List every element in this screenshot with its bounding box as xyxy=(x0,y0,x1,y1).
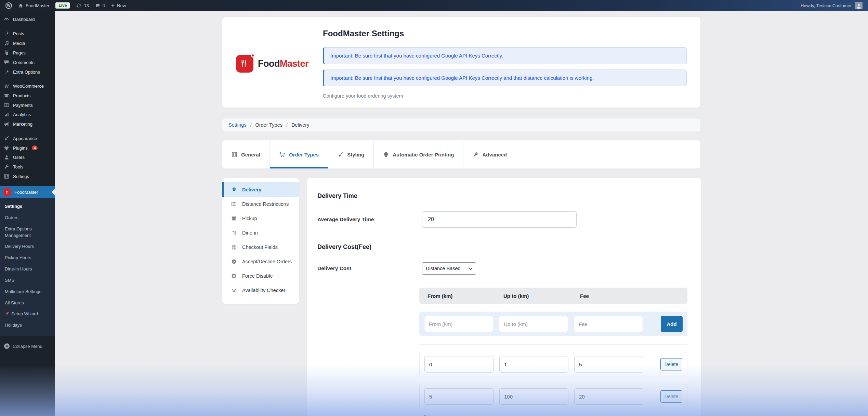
checkout-grid-icon xyxy=(231,245,237,250)
submenu-item-all-stores[interactable]: All Stores xyxy=(0,298,55,309)
sidebar-item-products[interactable]: Products xyxy=(0,91,55,100)
x-circle-icon xyxy=(231,273,237,279)
page-subtitle: Configure your food ordering system xyxy=(323,93,687,99)
submenu-item-setup-wizard[interactable]: Setup Wizard xyxy=(0,308,55,320)
sidebar-item-plugins[interactable]: Plugins 4 xyxy=(0,143,55,153)
delete-button[interactable]: Delete xyxy=(660,390,682,403)
sidebar-item-extra-options[interactable]: Extra Options xyxy=(0,67,55,77)
comments-count: 0 xyxy=(103,3,105,8)
sidebar-item-users[interactable]: Users xyxy=(0,153,55,162)
submenu-item-extra-options-management[interactable]: Extra Options Management xyxy=(0,224,55,241)
distance-fee-table: From (km) Up to (km) Fee Add xyxy=(419,288,687,416)
sidebar-item-pages[interactable]: Pages xyxy=(0,48,55,58)
brush-icon xyxy=(338,152,343,157)
sidebar-item-payments[interactable]: $ Payments xyxy=(0,100,55,110)
tab-general[interactable]: General xyxy=(222,140,270,168)
subnav-item-checkout-fields[interactable]: Checkout Fields xyxy=(222,240,299,254)
sidebar-item-foodmaster[interactable]: FoodMaster xyxy=(0,186,55,198)
plugin-logo: FoodMaster xyxy=(236,55,308,73)
up-to-km-value-input[interactable] xyxy=(499,356,568,373)
admin-bar: W FoodMaster Live 13 0 + xyxy=(0,0,868,11)
subnav-item-delivery[interactable]: Delivery xyxy=(222,182,299,197)
wordpress-admin-page: W FoodMaster Live 13 0 + xyxy=(0,0,868,416)
sidebar-item-settings[interactable]: Settings xyxy=(0,172,55,181)
average-delivery-time-input[interactable] xyxy=(422,211,577,228)
settings-tabs: General Order Types Styling Automatic Or… xyxy=(222,140,701,169)
foodmaster-logo-icon xyxy=(236,55,253,73)
cart-icon xyxy=(279,151,285,157)
breadcrumb-separator: / xyxy=(250,122,251,128)
subnav-item-dine-in[interactable]: Dine-in xyxy=(222,226,299,240)
delivery-time-heading: Delivery Time xyxy=(317,192,687,200)
settings-header-card: FoodMaster FoodMaster Settings Important… xyxy=(222,17,701,108)
from-km-input[interactable] xyxy=(424,316,493,332)
delivery-cost-select-wrap: Distance Based xyxy=(422,262,476,275)
sidebar-item-appearance[interactable]: Appearance xyxy=(0,134,55,143)
site-name-label: FoodMaster xyxy=(26,3,49,8)
submenu-item-sms[interactable]: SMS xyxy=(0,275,55,286)
sidebar-item-analytics[interactable]: Analytics xyxy=(0,110,55,119)
submenu-item-settings[interactable]: Settings xyxy=(0,201,55,212)
submenu-item-delivery-hours[interactable]: Delivery Hours xyxy=(0,241,55,252)
updates-link[interactable]: 13 xyxy=(76,3,89,8)
up-to-km-input[interactable] xyxy=(499,316,568,332)
eye-icon xyxy=(231,288,237,293)
up-to-km-value-input[interactable] xyxy=(499,388,568,405)
breadcrumb-settings-link[interactable]: Settings xyxy=(228,122,246,128)
delivery-cost-select[interactable]: Distance Based xyxy=(422,262,476,275)
admin-bar-left: W FoodMaster Live 13 0 + xyxy=(5,2,801,9)
tab-advanced[interactable]: Advanced xyxy=(463,140,516,168)
from-km-value-input[interactable] xyxy=(424,388,494,405)
subnav-item-pickup[interactable]: Pickup xyxy=(222,211,299,226)
sidebar-item-comments[interactable]: Comments xyxy=(0,58,55,67)
live-badge: Live xyxy=(55,2,70,9)
comments-bubble-icon xyxy=(95,3,100,8)
sidebar-item-marketing[interactable]: Marketing xyxy=(0,119,55,129)
fee-table-row: Delete xyxy=(419,384,687,409)
breadcrumb-order-types[interactable]: Order Types xyxy=(255,122,282,128)
fee-value-input[interactable] xyxy=(574,388,643,405)
breadcrumb-delivery: Delivery xyxy=(291,122,309,128)
new-content-link[interactable]: + New xyxy=(111,3,126,9)
sidebar-item-woocommerce[interactable]: W WooCommerce xyxy=(0,81,55,91)
submenu-item-dine-in-hours[interactable]: Dine-in Hours xyxy=(0,264,55,275)
avatar[interactable] xyxy=(855,2,863,9)
collapse-menu-button[interactable]: Collapse Menu xyxy=(0,340,55,352)
submenu-item-pickup-hours[interactable]: Pickup Hours xyxy=(0,252,55,264)
sidebar-item-media[interactable]: Media xyxy=(0,38,55,48)
submenu-item-orders[interactable]: Orders xyxy=(0,212,55,224)
plugins-update-badge: 4 xyxy=(32,146,38,150)
add-button[interactable]: Add xyxy=(661,316,683,332)
fee-table-header: From (km) Up to (km) Fee xyxy=(419,288,687,304)
bar-chart-icon xyxy=(3,112,10,117)
delete-button[interactable]: Delete xyxy=(660,358,682,370)
subnav-item-distance-restrictions[interactable]: Distance Restrictions xyxy=(222,197,299,211)
collapse-arrow-icon xyxy=(4,343,10,349)
fee-add-row: Add xyxy=(419,312,687,336)
wordpress-logo-icon[interactable]: W xyxy=(5,2,12,9)
tab-order-types[interactable]: Order Types xyxy=(270,140,328,168)
subnav-item-accept-decline-orders[interactable]: Accept/Decline Orders xyxy=(222,254,299,269)
subnav-item-availability-checker[interactable]: Availability Checker xyxy=(222,283,299,298)
tab-styling[interactable]: Styling xyxy=(328,140,374,168)
wrench-icon xyxy=(3,164,10,169)
submenu-item-holidays[interactable]: Holidays xyxy=(0,320,55,331)
submenu-item-multistore-settings[interactable]: Multistore Settings xyxy=(0,286,55,298)
sidebar-item-posts[interactable]: Posts xyxy=(0,29,55,38)
from-km-value-input[interactable] xyxy=(424,356,494,373)
site-name-link[interactable]: FoodMaster xyxy=(18,3,49,8)
howdy-text[interactable]: Howdy, Testccc Customer xyxy=(801,3,852,8)
fee-table-row: Delete xyxy=(419,352,687,377)
fee-value-input[interactable] xyxy=(574,356,643,373)
sliders-icon xyxy=(3,174,10,179)
fee-input[interactable] xyxy=(574,316,643,332)
comments-link[interactable]: 0 xyxy=(95,3,105,8)
subnav-item-force-disable[interactable]: Force Disable xyxy=(222,269,299,283)
sidebar-item-tools[interactable]: Tools xyxy=(0,162,55,172)
dashboard-icon xyxy=(3,16,10,22)
tab-automatic-order-printing[interactable]: Automatic Order Printing xyxy=(374,140,463,168)
pin-icon xyxy=(3,31,10,36)
current-menu-arrow xyxy=(52,189,55,195)
sidebar-item-dashboard[interactable]: Dashboard xyxy=(0,14,55,24)
media-icon xyxy=(3,40,10,46)
